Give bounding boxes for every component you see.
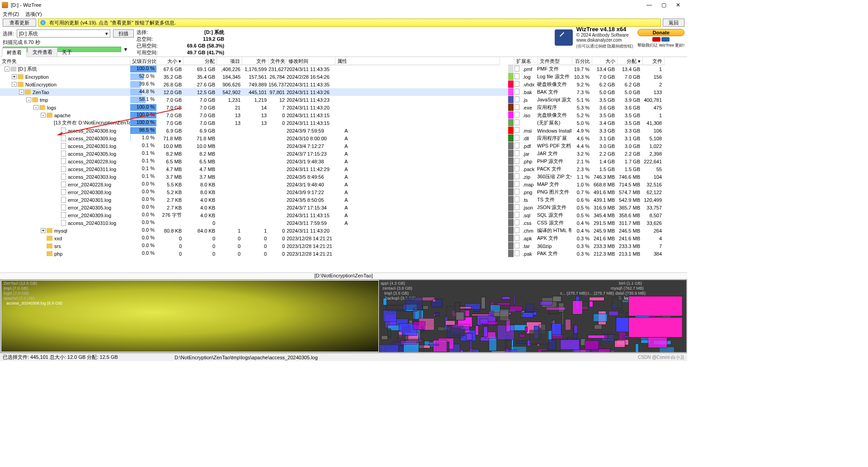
tab-tree-view[interactable]: 树查看 <box>2 48 27 57</box>
app-version: WizTree v4.18 x64 <box>576 26 633 33</box>
tree-row[interactable]: access_20240311.log0.1 %4.7 MB4.7 MB2024… <box>0 165 508 173</box>
ext-row[interactable]: .pakPAK 文件0.3 %212.3 MB213.1 MB384 <box>508 250 687 257</box>
ext-row[interactable]: .jsonJSON 源文件0.5 %316.9 MB385.7 MB33,757 <box>508 204 687 211</box>
tree-row[interactable]: access_20240301.log0.1 %10.0 MB10.0 MB20… <box>0 142 508 150</box>
filetype-icon <box>514 73 522 80</box>
folder-icon <box>25 90 31 95</box>
tree-row[interactable]: access_20240308.log98.5 %6.9 GB6.9 GB202… <box>0 127 508 134</box>
ext-row[interactable]: .packPACK 文件2.3 %1.5 GB1.5 GB55 <box>508 165 687 173</box>
treemap[interactable]: ZenTao\ (12.5 GB) tmp\ (7.0 GB) logs\ (7… <box>0 279 687 353</box>
tree-row[interactable]: access_20240305.log0.1 %8.2 MB8.2 MB2024… <box>0 150 508 157</box>
tab-file-view[interactable]: 文件查看 <box>28 48 57 57</box>
file-icon <box>61 128 66 133</box>
close-button[interactable]: ✕ <box>671 2 685 8</box>
mastercard-icon <box>652 37 660 42</box>
toggle-icon[interactable]: + <box>41 228 46 233</box>
tab-about[interactable]: 关于 <box>58 48 75 57</box>
ext-row[interactable]: .exe应用程序5.3 %3.6 GB3.6 GB475 <box>508 104 687 111</box>
filetype-icon <box>514 235 522 242</box>
filetype-icon <box>514 89 522 95</box>
toggle-icon[interactable]: - <box>33 105 38 110</box>
folder-icon <box>39 105 45 110</box>
tree-row[interactable]: error_20240309.log0.0 %276 字节4.0 KB2024/… <box>0 211 508 219</box>
menu-options[interactable]: 选项(Y) <box>25 11 42 18</box>
ext-row[interactable]: .jarJAR 文件3.2 %2.2 GB2.2 GB2,398 <box>508 150 687 157</box>
ext-row[interactable]: .vhdx硬盘映像文件9.2 %6.2 GB6.2 GB2 <box>508 81 687 88</box>
file-icon <box>61 174 66 180</box>
filetype-icon <box>514 181 522 188</box>
tree-row[interactable]: access_20240228.log0.1 %6.5 MB6.5 MB2024… <box>0 157 508 165</box>
ext-row[interactable]: .iso光盘映像文件5.2 %3.5 GB3.5 GB1 <box>508 111 687 119</box>
visa-icon <box>661 37 670 42</box>
file-icon <box>61 166 66 172</box>
ext-row[interactable]: .logLog file 源文件10.3 %7.0 GB7.0 GB156 <box>508 73 687 81</box>
tree-row[interactable]: -tmp58.1 %7.0 GB7.0 GB1,2311,219122024/3… <box>0 96 508 104</box>
tree-row[interactable]: srs0.0 %000002023/12/28 14:21:21 <box>0 242 508 250</box>
filter-icon[interactable]: ▼ <box>123 47 128 52</box>
tree-row[interactable]: error_20240301.log0.0 %2.7 KB4.0 KB2024/… <box>0 196 508 204</box>
ext-row[interactable]: .sqlSQL 源文件0.5 %345.4 MB358.6 MB8,507 <box>508 211 687 219</box>
filetype-icon <box>514 204 522 211</box>
filetype-icon <box>514 135 522 142</box>
ext-row[interactable]: .pmfPMF 文件19.7 %13.4 GB13.4 GB1 <box>508 65 687 73</box>
ext-row[interactable]: .pngPNG 图片文件0.7 %491.6 MB574.7 MB62,122 <box>508 188 687 196</box>
tree-row[interactable]: -logs100.0 %7.0 GB7.0 GB211472024/3/11 1… <box>0 104 508 111</box>
tree-row[interactable]: access_20240310.log0.0 %02024/3/11 7:59:… <box>0 219 508 227</box>
ext-row[interactable]: .zip360压缩 ZIP 文件1.1 %746.3 MB746.6 MB104 <box>508 173 687 181</box>
ext-row[interactable]: .phpPHP 源文件2.1 %1.4 GB1.7 GB222,641 <box>508 157 687 165</box>
tree-row[interactable]: access_20240303.log0.1 %3.7 MB3.7 MB2024… <box>0 173 508 181</box>
tree-row[interactable]: +mysql0.0 %80.8 KB84.0 KB1102024/3/11 11… <box>0 227 508 234</box>
toggle-icon[interactable]: + <box>12 74 17 79</box>
ext-row[interactable]: .dll应用程序扩展4.6 %3.1 GB3.1 GB5,108 <box>508 134 687 142</box>
check-update-button[interactable]: 查看更新 <box>3 19 36 27</box>
wiztree-logo-icon <box>555 29 573 46</box>
ext-rows[interactable]: .pmfPMF 文件19.7 %13.4 GB13.4 GB1.logLog f… <box>508 65 687 272</box>
tree-row[interactable]: php0.0 %000002023/12/28 14:21:21 <box>0 250 508 257</box>
file-icon <box>61 135 66 141</box>
tree-row[interactable]: error_20240308.log0.0 %5.2 KB8.0 KB2024/… <box>0 188 508 196</box>
ext-row[interactable]: .bakBAK 文件7.3 %5.0 GB5.0 GB133 <box>508 88 687 96</box>
tree-row[interactable]: access_20240309.log1.0 %71.8 MB71.8 MB20… <box>0 134 508 142</box>
ext-row[interactable]: .pdfWPS PDF 文档4.4 %3.0 GB3.0 GB1,022 <box>508 142 687 150</box>
minimize-button[interactable]: — <box>642 2 656 8</box>
ext-row[interactable]: .cssCSS 源文件0.4 %291.5 MB311.7 MB33,626 <box>508 219 687 227</box>
tree-row[interactable]: xxd0.0 %000002023/12/28 14:21:21 <box>0 234 508 242</box>
toggle-icon[interactable]: - <box>5 67 9 71</box>
tree-header: 文件夹 父级百分比 大小 ▾ 分配 项目 文件 文件夹 修改时间 属性 <box>0 57 508 65</box>
donate-button[interactable]: Donate <box>637 29 684 36</box>
tree-row[interactable]: +Encryption52.0 %35.2 GB35.4 GB184,34515… <box>0 73 508 81</box>
toggle-icon[interactable]: - <box>41 113 46 118</box>
back-button[interactable]: 返回 <box>663 19 684 27</box>
filetype-icon <box>514 143 522 149</box>
tree-row[interactable]: -NotEncryption39.6 %26.8 GB27.6 GB906,62… <box>0 81 508 88</box>
tree-rows[interactable]: -[D:] 系统100.0 %67.6 GB69.1 GB,408,2261,1… <box>0 65 508 272</box>
tree-row[interactable]: -[D:] 系统100.0 %67.6 GB69.1 GB,408,2261,1… <box>0 65 508 73</box>
ext-row[interactable]: (无扩展名)5.0 %3.4 GB3.5 GB41,308 <box>508 119 687 127</box>
toggle-icon[interactable]: - <box>19 90 24 95</box>
ext-row[interactable]: .tsTS 文件0.6 %439.1 MB542.9 MB120,499 <box>508 196 687 204</box>
tree-row[interactable]: error_20240228.log0.0 %5.5 KB8.0 KB2024/… <box>0 181 508 188</box>
tree-row[interactable]: [13 文件在 D:\NotEncryption\ZenTao\tr100.0 … <box>0 119 508 127</box>
drive-select[interactable]: [D:] 系统▾ <box>17 29 110 38</box>
maximize-button[interactable]: ▢ <box>656 2 671 8</box>
ext-row[interactable]: .jsJavaScript 源文件5.1 %3.5 GB3.9 GB400,78… <box>508 96 687 104</box>
toggle-icon[interactable]: - <box>26 97 31 102</box>
folder-icon <box>47 243 52 248</box>
tree-row[interactable]: error_20240305.log0.0 %2.7 KB4.0 KB2024/… <box>0 204 508 211</box>
filetype-icon <box>514 189 522 195</box>
filetype-icon <box>514 150 522 157</box>
ext-row[interactable]: .chm编译的 HTML 帮0.4 %245.9 MB246.5 MB264 <box>508 227 687 234</box>
ext-row[interactable]: .tar360zip0.3 %233.3 MB233.3 MB7 <box>508 242 687 250</box>
ext-row[interactable]: .mapMAP 文件1.0 %668.8 MB714.5 MB32,516 <box>508 181 687 188</box>
tree-row[interactable]: -ZenTao44.8 %12.0 GB12.5 GB542,902445,10… <box>0 88 508 96</box>
tree-row[interactable]: -apache100.0 %7.0 GB7.0 GB131302024/3/11… <box>0 111 508 119</box>
toggle-icon[interactable]: - <box>12 82 17 87</box>
ext-row[interactable]: .apkAPK 文件0.3 %241.6 MB241.6 MB4 <box>508 234 687 242</box>
scan-button[interactable]: 扫描 <box>113 29 134 38</box>
file-icon <box>61 151 66 157</box>
file-icon <box>61 205 66 210</box>
file-icon <box>61 212 66 218</box>
menu-file[interactable]: 文件(Z) <box>3 11 19 18</box>
filetype-icon <box>514 119 522 126</box>
ext-row[interactable]: .msiWindows Installe4.9 %3.3 GB3.3 GB106 <box>508 127 687 134</box>
